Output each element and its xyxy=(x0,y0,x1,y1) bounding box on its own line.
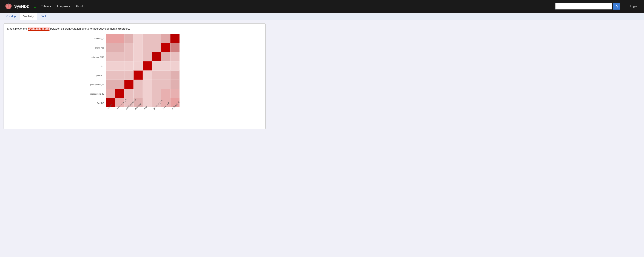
search-button[interactable] xyxy=(613,3,620,10)
heatmap-cell xyxy=(170,52,180,61)
grid-row xyxy=(106,70,180,80)
svg-point-2 xyxy=(8,4,12,8)
heatmap-cell xyxy=(143,43,152,52)
plot-container: Matrix plot of the cosine similarity bet… xyxy=(4,24,266,129)
heatmap-cell xyxy=(152,43,161,52)
heatmap-cell xyxy=(124,89,134,98)
cosine-similarity-highlight: cosine similarity xyxy=(28,27,50,31)
heatmap-cell xyxy=(161,89,170,98)
grid-row xyxy=(106,34,180,43)
search-input[interactable] xyxy=(555,3,612,10)
x-label: radboudumc_ID xyxy=(115,108,124,110)
tabs-bar: Overlap Similarity Table xyxy=(0,13,644,20)
x-axis-labels: SysNDDradboudumc_IDgene2phenotypepanelap… xyxy=(106,108,180,126)
heatmap-cell xyxy=(134,61,143,70)
heatmap-cell xyxy=(143,70,152,80)
y-label: geisinger_DBD xyxy=(90,52,105,62)
x-label: geisinger_DBD xyxy=(152,108,161,110)
heatmap-cell xyxy=(152,89,161,98)
y-label: gene2phenotype xyxy=(90,80,105,89)
heatmap-cell xyxy=(170,89,180,98)
heatmap-cell xyxy=(115,34,124,43)
search-icon xyxy=(615,5,618,8)
main-content: Matrix plot of the cosine similarity bet… xyxy=(0,20,644,133)
heatmap-cell xyxy=(143,98,152,107)
heatmap-cell xyxy=(134,34,143,43)
y-label: panelapp xyxy=(90,71,105,80)
tab-overlap[interactable]: Overlap xyxy=(3,13,19,20)
tab-table[interactable]: Table xyxy=(37,13,51,20)
brand-name: SysNDD xyxy=(14,4,30,9)
y-axis-labels: orphanet_idomim_nddgeisinger_DBDsfaripan… xyxy=(90,34,105,126)
heatmap-cell xyxy=(134,80,143,89)
heatmap-cell xyxy=(106,43,115,52)
grid-row xyxy=(106,61,180,70)
down-arrow-icon: ↓ xyxy=(34,4,36,9)
x-label: orphanet_id xyxy=(170,108,180,110)
grid-row xyxy=(106,80,180,89)
search-area: Login xyxy=(555,3,640,10)
login-button[interactable]: Login xyxy=(627,3,640,10)
heatmap-cell xyxy=(115,52,124,61)
svg-point-3 xyxy=(8,4,9,4)
heatmap-cell xyxy=(134,43,143,52)
heatmap-cell xyxy=(152,70,161,80)
analyses-caret: ▾ xyxy=(69,6,70,8)
about-link[interactable]: About xyxy=(73,3,85,10)
heatmap-cell xyxy=(161,61,170,70)
heatmap-cell xyxy=(106,80,115,89)
heatmap-cell xyxy=(170,70,180,80)
heatmap-cell xyxy=(124,70,134,80)
heatmap-cell xyxy=(124,34,134,43)
heatmap-cell xyxy=(161,70,170,80)
heatmap-wrapper: orphanet_idomim_nddgeisinger_DBDsfaripan… xyxy=(7,34,262,126)
plot-description: Matrix plot of the cosine similarity bet… xyxy=(7,27,262,30)
heatmap-cell xyxy=(152,52,161,61)
heatmap-cell xyxy=(161,52,170,61)
heatmap-cell xyxy=(134,52,143,61)
heatmap-cell xyxy=(134,70,143,80)
navbar: SysNDD ↓ Tables ▾ Analyses ▾ About Login xyxy=(0,0,644,13)
x-label: panelapp xyxy=(134,108,143,110)
y-label: omim_ndd xyxy=(90,43,105,52)
heatmap-cell xyxy=(152,61,161,70)
x-label: gene2phenotype xyxy=(124,108,134,110)
tab-similarity[interactable]: Similarity xyxy=(19,13,38,20)
heatmap-cell xyxy=(106,70,115,80)
heatmap-cell xyxy=(143,52,152,61)
heatmap-cell xyxy=(124,61,134,70)
heatmap-cell xyxy=(170,61,180,70)
heatmap-cell xyxy=(124,52,134,61)
tables-menu[interactable]: Tables ▾ xyxy=(39,3,53,10)
heatmap-cell xyxy=(115,43,124,52)
heatmap-cell xyxy=(124,80,134,89)
heatmap-cell xyxy=(143,61,152,70)
x-label: sfari xyxy=(143,108,152,110)
heatmap-cell xyxy=(152,80,161,89)
heatmap-cell xyxy=(106,34,115,43)
tables-caret: ▾ xyxy=(50,6,51,8)
x-label: SysNDD xyxy=(106,108,115,110)
heatmap-cell xyxy=(152,34,161,43)
heatmap-cell xyxy=(115,61,124,70)
heatmap-cell xyxy=(143,89,152,98)
heatmap-cell xyxy=(170,34,180,43)
y-label: orphanet_id xyxy=(90,34,105,43)
heatmap-cell xyxy=(115,80,124,89)
grid-row xyxy=(106,89,180,98)
heatmap-cell xyxy=(106,89,115,98)
heatmap-grid xyxy=(106,34,180,107)
heatmap-cell xyxy=(134,89,143,98)
heatmap-area: orphanet_idomim_nddgeisinger_DBDsfaripan… xyxy=(90,34,180,126)
heatmap-cell xyxy=(143,80,152,89)
brand: SysNDD xyxy=(4,2,30,11)
heatmap-cell xyxy=(170,80,180,89)
heatmap-cell xyxy=(161,80,170,89)
heatmap-cell xyxy=(161,43,170,52)
y-label: SysNDD xyxy=(90,98,105,108)
x-label: omim_ndd xyxy=(161,108,170,110)
heatmap-cell xyxy=(124,43,134,52)
analyses-menu[interactable]: Analyses ▾ xyxy=(54,3,72,10)
brain-icon xyxy=(4,2,13,11)
heatmap-cell xyxy=(106,52,115,61)
